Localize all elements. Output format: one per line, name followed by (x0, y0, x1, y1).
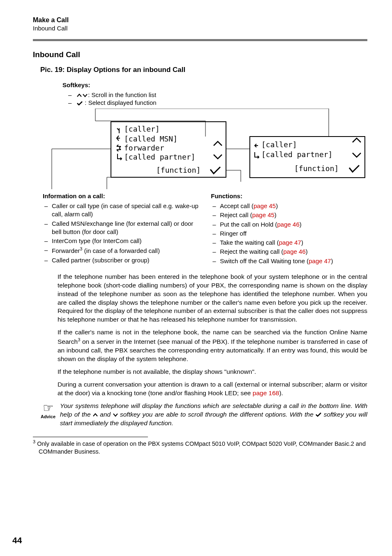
running-header: Make a Call Inbound Call (33, 16, 367, 32)
advice-block: ☞ Advice Your systems telephone will dis… (39, 402, 367, 428)
function-item: Switch off the Call Waiting tone (page 4… (211, 257, 367, 265)
page-link[interactable]: page 168 (253, 389, 279, 396)
page-link[interactable]: page 46 (284, 248, 306, 255)
paragraph: During a current conversation your atten… (58, 380, 367, 398)
softkey-select-text: : Select displayed function (83, 99, 156, 106)
softkeys-line: – : Scroll in the function list (68, 91, 367, 98)
display-diagram: [caller] [called MSN] forwarder [called … (33, 109, 370, 191)
softkeys-block: Softkeys: – : Scroll in the function lis… (62, 81, 367, 106)
footnote-rule (33, 437, 148, 437)
information-column: Information on a call: Caller or call ty… (33, 192, 207, 266)
page-link[interactable]: page 45 (252, 211, 274, 218)
advice-text: Your systems telephone will display the … (58, 402, 367, 428)
header-sub: Inbound Call (33, 25, 367, 32)
header-title: Make a Call (33, 16, 367, 24)
paragraph: If the caller's name is not in the telep… (58, 328, 367, 364)
disp-forwarder: forwarder (124, 144, 164, 152)
disp2-called-partner: [called partner] (261, 150, 332, 159)
footnote: 3 Only available in case of operation on… (33, 439, 367, 456)
info-item: Caller or call type (in case of special … (43, 202, 203, 219)
page-number: 44 (12, 535, 22, 545)
function-item: Accept call (page 45) (211, 202, 367, 210)
footnote-text: Only available in case of operation on t… (35, 440, 366, 455)
section-heading: Inbound Call (33, 50, 367, 59)
info-item: Called MSN/exchange line (for external c… (43, 220, 203, 236)
down-arrow-icon (113, 413, 118, 417)
page-link[interactable]: page 47 (309, 257, 331, 264)
up-down-arrows-icon (76, 93, 88, 98)
paragraph: If the telephone number is not available… (58, 368, 367, 376)
softkeys-title: Softkeys: (62, 81, 90, 88)
up-arrow-icon (93, 413, 98, 417)
checkmark-icon (316, 412, 321, 417)
page-link[interactable]: page 46 (277, 221, 300, 228)
info-item: Forwarder3 (in case of a forwarded call) (43, 246, 203, 255)
disp-called-partner: [called partner] (124, 153, 195, 161)
figure-caption: Pic. 19: Display Options for an inbound … (40, 66, 367, 74)
functions-column: Functions: Accept call (page 45) Reject … (207, 192, 367, 266)
page-link[interactable]: page 47 (279, 239, 301, 246)
info-item: Called partner (subscriber or group) (43, 256, 203, 264)
hand-pointing-icon: ☞ (39, 402, 58, 414)
info-item: InterCom type (for InterCom call) (43, 237, 203, 245)
body-text: If the telephone number has been entered… (58, 273, 367, 398)
disp-called-msn: [called MSN] (124, 134, 178, 143)
function-item: Take the waiting call (page 47) (211, 239, 367, 247)
function-item: Reject the waiting call (page 46) (211, 248, 367, 256)
disp-function: [function] (156, 166, 201, 174)
disp-caller: [caller] (124, 125, 160, 133)
advice-label: Advice (39, 414, 58, 419)
disp2-caller: [caller] (261, 140, 297, 149)
functions-title: Functions: (211, 192, 367, 199)
function-item: Ringer off (211, 229, 367, 238)
disp2-function: [function] (294, 164, 339, 173)
checkmark-icon (76, 101, 83, 106)
softkey-scroll-text: : Scroll in the function list (88, 91, 156, 98)
paragraph: If the telephone number has been entered… (58, 273, 367, 324)
header-rule (33, 39, 367, 41)
page-link[interactable]: page 45 (254, 202, 276, 209)
softkeys-line: – : Select displayed function (68, 99, 367, 106)
function-item: Reject call (page 45) (211, 211, 367, 219)
function-item: Put the call on Hold (page 46) (211, 220, 367, 229)
info-title: Information on a call: (43, 192, 203, 199)
